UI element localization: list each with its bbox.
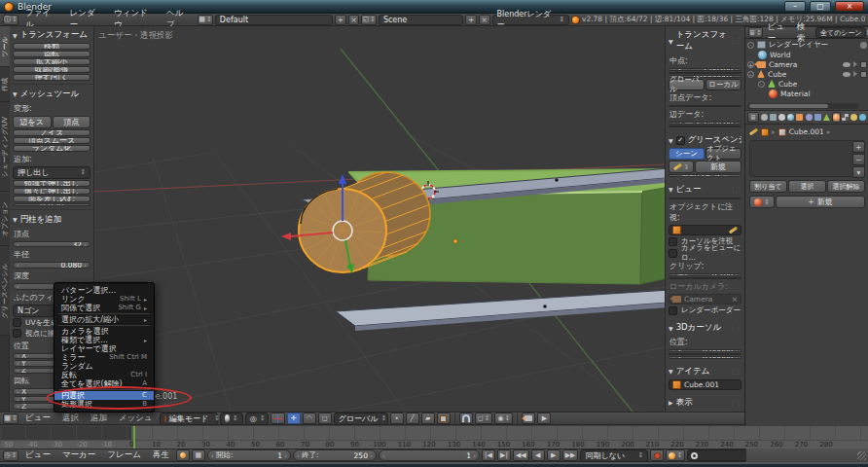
manipulator-translate-toggle[interactable]: ✛ (287, 413, 301, 424)
cursor-z-field[interactable]: Z:0.00000 (669, 356, 741, 359)
tab-render-icon[interactable] (760, 112, 768, 123)
tab-grease-pencil[interactable]: グリースペンシル (0, 246, 10, 336)
timeline-view-menu[interactable]: ビュー (20, 449, 55, 461)
cursor-x-field[interactable]: X:0.00000 (669, 349, 741, 352)
tab-scene-icon[interactable] (778, 112, 785, 123)
slot-add-button[interactable]: + (852, 141, 865, 153)
local-camera-field[interactable]: Camera× (669, 294, 741, 305)
gp-object-tab[interactable]: オブジェクト (705, 148, 741, 160)
editor-type-properties-icon[interactable]: ≣ (747, 112, 759, 123)
tab-world-icon[interactable] (787, 112, 795, 123)
material-new-button[interactable]: +新規 (776, 196, 865, 208)
clip-start-field[interactable]: 開始:0.100 (669, 273, 741, 276)
tab-material-icon[interactable] (832, 112, 841, 123)
timeline-playback-menu[interactable]: 再生 (148, 449, 174, 461)
jump-to-end-button[interactable]: ▶| (497, 449, 511, 461)
auto-keyframe-toggle[interactable] (650, 449, 664, 461)
panel-3dcursor-header[interactable]: ▼3Dカーソル⋮⋮ (669, 321, 741, 335)
panel-ntransform-header[interactable]: ▼トランスフォーム⋮⋮ (669, 28, 741, 54)
extrude-individual-button[interactable]: 個々に押し出し (13, 188, 90, 195)
render-border-checkbox[interactable]: レンダーボーダー (669, 305, 741, 315)
manipulator-toggle[interactable] (271, 413, 285, 424)
snap-element-dropdown[interactable]: ◻↕ (475, 413, 493, 424)
randomize-button[interactable]: ランダム化 (13, 145, 90, 152)
screen-layout-select[interactable]: Default (215, 15, 333, 25)
menu-item-mirror[interactable]: ミラーShift Ctrl M (54, 353, 154, 362)
render-opengl-button[interactable] (522, 413, 535, 424)
tab-particles-icon[interactable] (850, 112, 858, 123)
render-restrict-icon[interactable] (860, 61, 867, 68)
current-frame-indicator[interactable] (133, 426, 135, 449)
material-browse-dropdown[interactable]: ↕ (749, 196, 775, 208)
tab-constraints-icon[interactable] (805, 112, 813, 123)
shrink-fatten-button[interactable]: 収縮/膨張 (13, 66, 90, 73)
lock-object-field[interactable] (669, 225, 741, 235)
menu-item-border-select[interactable]: 矩形選択B (54, 400, 154, 409)
gp-draw-mode-dropdown[interactable]: ↕ (669, 161, 694, 173)
tab-render-layers-icon[interactable] (769, 112, 777, 123)
screen-layout-icon[interactable]: ▦↕ (198, 15, 213, 25)
menu-item-circle-select[interactable]: 円選択C (54, 391, 154, 400)
panel-view-header[interactable]: ▼ビュー⋮⋮ (669, 183, 741, 197)
vertex-bevel-weight-field[interactable]: 平均ベベルウェ:0.00 (669, 105, 741, 108)
screen-add-button[interactable]: + (335, 15, 346, 25)
select-menu[interactable]: 選択 (57, 413, 84, 424)
view-menu[interactable]: ビュー (20, 413, 55, 424)
proportional-edit-dropdown[interactable]: ◉↕ (494, 413, 513, 424)
eyedropper-icon[interactable] (729, 227, 738, 234)
outliner-item-cube-data[interactable]: ·Cube (747, 79, 867, 89)
gp-new-layer-button[interactable]: 新規レイヤー (669, 174, 741, 177)
edge-slide-button[interactable]: 辺をス (13, 116, 52, 128)
lens-field[interactable]: レンズ:35.000 (669, 198, 741, 200)
screen-delete-button[interactable]: × (348, 15, 360, 25)
radius-field[interactable]: 0.080 (13, 262, 90, 269)
bevel-button[interactable]: ベベル (13, 203, 90, 206)
scene-add-button[interactable]: + (465, 15, 477, 25)
outliner-item-material[interactable]: Material (747, 89, 867, 98)
scene-select[interactable]: Scene (379, 15, 463, 25)
resize-grip-icon[interactable] (857, 451, 866, 460)
tab-create[interactable]: 作成 (0, 67, 10, 102)
render-engine-select[interactable]: Blenderレンダー↕ (492, 15, 570, 25)
panel-display-header[interactable]: ▶表示⋮⋮ (669, 396, 741, 410)
menu-item-select-camera[interactable]: カメラを選択 (54, 327, 154, 336)
inset-faces-button[interactable]: 面を差し込む (13, 196, 90, 202)
menu-item-random[interactable]: ランダム (54, 362, 154, 371)
extrude-region-button[interactable]: 領域で押し出し (13, 180, 90, 187)
clear-icon[interactable]: × (732, 295, 738, 304)
close-button[interactable]: × (835, 1, 864, 12)
viewport-3d[interactable] (94, 26, 665, 412)
keying-set-dropdown[interactable]: ↕ (666, 449, 685, 461)
preview-range-toggle[interactable] (176, 449, 190, 461)
current-frame-field[interactable]: 1 (379, 449, 480, 461)
scale-button[interactable]: 拡大縮小 (13, 58, 90, 65)
selectable-icon[interactable] (853, 71, 857, 77)
edge-select-mode[interactable]: ╱ (406, 413, 419, 424)
push-pull-button[interactable]: 押す/引く (13, 74, 90, 81)
assign-button[interactable]: 割り当て (749, 180, 787, 193)
tab-object-icon[interactable] (796, 112, 804, 123)
tab-shading-uv[interactable]: シェーディング/UV (0, 102, 10, 192)
gp-scene-tab[interactable]: シーン (669, 148, 705, 160)
median-x-field[interactable]: X:1.00200 (669, 68, 741, 71)
tab-modifiers-icon[interactable] (814, 112, 821, 123)
keying-filter-toggle[interactable]: ▦ (192, 449, 205, 461)
rotate-button[interactable]: 回転 (13, 51, 90, 57)
hide-icon[interactable] (843, 62, 850, 67)
item-name-field[interactable]: Cube.001 (669, 379, 741, 390)
pivot-dropdown[interactable]: ◎ (245, 413, 269, 425)
panel-transform-header[interactable]: ▼トランスフォーム (13, 28, 90, 42)
noise-button[interactable]: ノイズ (13, 129, 90, 136)
tab-tools[interactable]: ツール (0, 26, 10, 67)
menu-item-inverse[interactable]: 反転Ctrl I (54, 371, 154, 379)
face-select-mode[interactable]: ▰ (421, 413, 435, 424)
timeline-frame-menu[interactable]: フレーム (102, 449, 146, 461)
frame-end-field[interactable]: 終了:250 (293, 449, 377, 461)
vertex-select-mode[interactable]: ∙ (390, 413, 404, 424)
deselect-button[interactable]: 選択解除 (827, 180, 865, 193)
breadcrumb-object-name[interactable]: Cube.001 (789, 127, 824, 136)
manipulator-scale-toggle[interactable]: ◻ (318, 413, 332, 424)
selectable-icon[interactable] (853, 61, 857, 67)
vertices-field[interactable]: 32 (13, 241, 90, 248)
maximize-button[interactable]: ▢ (810, 1, 831, 12)
